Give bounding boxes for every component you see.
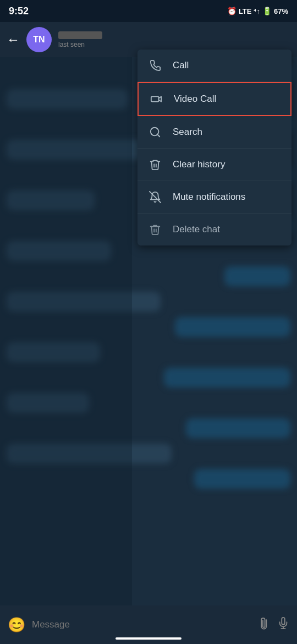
mic-button[interactable] [277, 617, 289, 632]
avatar: TN [26, 27, 52, 52]
signal-icon: ⁴↑ [254, 7, 260, 15]
video-call-label: Video Call [174, 94, 216, 105]
message-bubble [186, 418, 290, 438]
search-label: Search [173, 127, 202, 138]
battery-percent: 67% [274, 7, 288, 15]
status-icons: ⏰ LTE ⁴↑ 🔋 67% [227, 7, 288, 15]
menu-item-clear-history[interactable]: Clear history [138, 149, 292, 181]
emoji-button[interactable]: 😊 [8, 616, 25, 634]
message-bubble [164, 368, 290, 388]
svg-line-3 [150, 192, 161, 203]
mute-label: Mute notifications [173, 192, 245, 203]
clear-history-label: Clear history [173, 159, 225, 170]
contact-info: last seen [58, 31, 290, 48]
alarm-icon: ⏰ [227, 7, 237, 15]
message-bubble [194, 469, 290, 489]
search-icon [148, 126, 162, 138]
menu-item-video-call[interactable]: Video Call [138, 82, 292, 116]
home-indicator [116, 637, 182, 640]
menu-item-mute[interactable]: Mute notifications [138, 181, 292, 214]
overlay [0, 57, 132, 605]
battery-icon: 🔋 [262, 7, 272, 15]
lte-indicator: LTE [239, 7, 252, 15]
back-button[interactable]: ← [7, 32, 20, 47]
menu-item-call[interactable]: Call [138, 50, 292, 82]
message-bubble [175, 317, 290, 337]
phone-icon [148, 59, 162, 72]
contact-name [58, 31, 102, 39]
message-input[interactable] [32, 615, 252, 635]
message-bubble [224, 266, 290, 286]
clear-history-icon [148, 159, 162, 171]
menu-item-delete-chat[interactable]: Delete chat [138, 214, 292, 245]
mute-icon [148, 191, 162, 203]
contact-status: last seen [58, 41, 290, 48]
attach-button[interactable] [255, 615, 274, 634]
svg-rect-0 [151, 96, 159, 101]
video-call-icon [150, 93, 163, 105]
status-time: 9:52 [9, 6, 29, 17]
svg-line-2 [157, 134, 160, 137]
call-label: Call [173, 60, 189, 71]
dropdown-menu: Call Video Call Search Clear his [138, 50, 292, 245]
delete-chat-label: Delete chat [173, 224, 220, 235]
delete-chat-icon [148, 223, 162, 236]
status-bar: 9:52 ⏰ LTE ⁴↑ 🔋 67% [0, 0, 297, 22]
menu-item-search[interactable]: Search [138, 116, 292, 149]
